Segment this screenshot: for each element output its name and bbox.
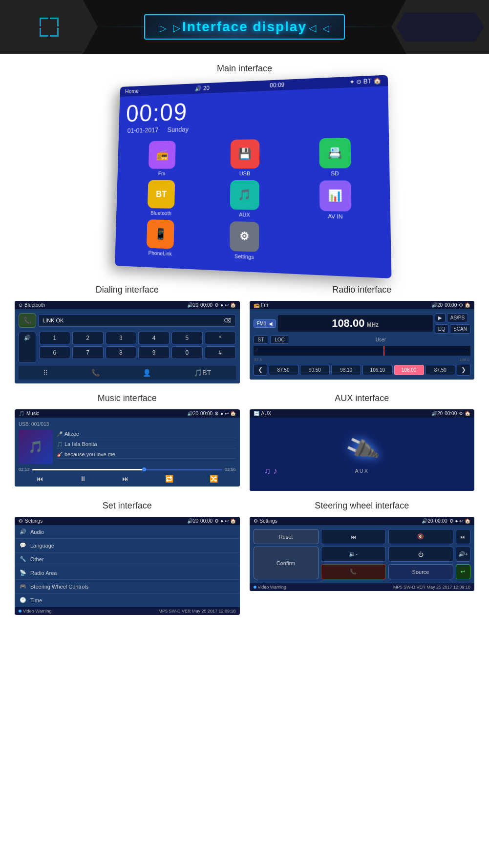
- radio-topbar-right: 🔊20 00:00 ⚙ 🏠: [431, 302, 470, 308]
- steer-reset-btn[interactable]: Reset: [254, 529, 319, 544]
- settings-radio-area[interactable]: 📡 Radio Area: [15, 566, 240, 580]
- app-bt-button[interactable]: BT: [148, 180, 175, 208]
- dial-input-field[interactable]: LINK OK ⌫: [38, 315, 236, 327]
- app-sd-button[interactable]: 📇: [319, 138, 351, 169]
- radio-asps-btn[interactable]: AS/PS: [447, 313, 468, 322]
- app-fm-label: Fm: [158, 170, 165, 176]
- steer-power-btn[interactable]: ⏻: [388, 547, 453, 562]
- dial-call-button[interactable]: 📞: [19, 313, 36, 328]
- radio-time: 00:00: [445, 302, 457, 308]
- settings-body: 🔊 Audio 💬 Language 🔧 Other 📡 Radio Area: [15, 525, 240, 607]
- steer-confirm-btn[interactable]: Confirm: [254, 547, 319, 579]
- radio-preset-1[interactable]: 87.50: [269, 365, 298, 375]
- dial-icons: ⚙ ● ↩ 🏠: [214, 302, 235, 308]
- dial-key-7[interactable]: 7: [72, 346, 104, 359]
- steering-grid: ⏮ 🔇 ⏭ Reset 🔉- ⏻ 🔊+ Confirm 📞 Source ↩: [254, 529, 471, 579]
- app-icon-phonelink[interactable]: 📱 PhoneLink: [122, 219, 199, 258]
- music-prev-btn[interactable]: ⏮: [37, 475, 43, 483]
- steer-vol-down-btn[interactable]: 🔉-: [321, 547, 386, 562]
- radio-loc-btn[interactable]: LOC: [270, 336, 289, 344]
- music-track-3: 🎸 because you love me: [57, 450, 236, 459]
- radio-eq-btn[interactable]: EQ: [435, 324, 448, 334]
- dial-key-hash[interactable]: #: [205, 346, 236, 359]
- radio-st-btn[interactable]: ST: [254, 336, 269, 344]
- steering-icons: ⚙ ● ↩ 🏠: [449, 518, 470, 524]
- dial-bt-icon2[interactable]: 🎵BT: [194, 369, 211, 377]
- steer-mute-btn[interactable]: 🔇: [388, 529, 453, 544]
- radio-interface-label: Radio interface: [250, 285, 475, 295]
- radio-play-btn[interactable]: ▶: [435, 313, 446, 322]
- steer-hangup-btn[interactable]: 📞: [321, 564, 386, 579]
- dial-key-9[interactable]: 9: [138, 346, 170, 359]
- dial-link-ok: LINK OK: [43, 318, 64, 323]
- steering-body: ⏮ 🔇 ⏭ Reset 🔉- ⏻ 🔊+ Confirm 📞 Source ↩: [250, 525, 475, 583]
- warn-dot-icon: [19, 610, 21, 613]
- settings-version-text: MP5 SW-D VER May 25 2017 12:09:18: [159, 609, 236, 614]
- app-fm-button[interactable]: 📻: [149, 141, 176, 169]
- radio-preset-2[interactable]: 90.50: [300, 365, 330, 375]
- dial-key-8[interactable]: 8: [106, 346, 137, 359]
- music-next-btn[interactable]: ⏭: [122, 475, 129, 483]
- dial-body: 📞 LINK OK ⌫ 🔊 1 2 3: [15, 309, 240, 383]
- music-repeat-btn[interactable]: 🔁: [165, 475, 173, 483]
- radio-prev-preset[interactable]: ❮: [254, 364, 267, 376]
- radio-preset-4[interactable]: 106.10: [362, 365, 392, 375]
- radio-preset-3[interactable]: 98.10: [331, 365, 361, 375]
- dial-contacts-icon[interactable]: 📞: [91, 369, 100, 377]
- app-avin-button[interactable]: 📊: [319, 180, 351, 212]
- settings-topbar-left: ⚙ Settings: [19, 518, 43, 524]
- radio-preset-6[interactable]: 87.50: [425, 365, 455, 375]
- dial-key-0[interactable]: 0: [171, 346, 203, 359]
- app-bt-label: Bluetooth: [150, 210, 171, 216]
- music-shuffle-btn[interactable]: 🔀: [210, 475, 218, 483]
- app-icon-avin[interactable]: 📊 AV IN: [291, 180, 382, 220]
- dial-key-star[interactable]: *: [205, 332, 236, 344]
- music-progress-thumb: [142, 467, 146, 471]
- audio-label: Audio: [30, 529, 44, 535]
- settings-audio[interactable]: 🔊 Audio: [15, 525, 240, 539]
- dial-key-2[interactable]: 2: [72, 332, 104, 344]
- dial-key-1[interactable]: 1: [39, 332, 70, 344]
- steer-answer-btn[interactable]: ↩: [456, 564, 470, 579]
- app-icon-sd[interactable]: 📇 SD: [291, 137, 381, 176]
- dial-vol-down[interactable]: 🔊: [19, 332, 36, 363]
- settings-other[interactable]: 🔧 Other: [15, 552, 240, 566]
- settings-steering[interactable]: 🎮 Steering Wheel Controls: [15, 580, 240, 593]
- app-settings-button[interactable]: ⚙: [229, 221, 258, 252]
- aux-icon: 🔄: [254, 411, 259, 416]
- dial-input-row: 📞 LINK OK ⌫: [19, 313, 236, 328]
- app-icon-bt[interactable]: BT Bluetooth: [123, 180, 200, 216]
- steering-version-text: MP5 SW-D VER May 25 2017 12:09:18: [393, 585, 470, 590]
- dial-interface-col: Dialing interface ⊙ Bluetooth 🔊20 00:00 …: [15, 285, 240, 383]
- app-phonelink-button[interactable]: 📱: [147, 219, 174, 249]
- radio-next-preset[interactable]: ❯: [457, 364, 470, 376]
- music-progress-bar[interactable]: [32, 469, 222, 470]
- app-icon-fm[interactable]: 📻 Fm: [124, 140, 201, 176]
- dial-add-contact-icon[interactable]: 👤: [143, 369, 151, 377]
- main-day-value: Sunday: [167, 126, 189, 133]
- app-icon-settings[interactable]: ⚙ Settings: [203, 221, 287, 261]
- steer-prev-btn[interactable]: ⏮: [321, 529, 386, 544]
- settings-language[interactable]: 💬 Language: [15, 539, 240, 552]
- music-play-btn[interactable]: ⏸: [80, 475, 86, 483]
- dial-key-6[interactable]: 6: [39, 346, 70, 359]
- steer-next-btn[interactable]: ⏭: [456, 529, 470, 544]
- dial-key-4[interactable]: 4: [138, 332, 170, 344]
- steer-vol-up-btn[interactable]: 🔊+: [456, 547, 470, 562]
- aux-musical-notes: ♫ ♪: [264, 466, 278, 476]
- radio-preset-5[interactable]: 108.00: [394, 365, 424, 375]
- app-icon-usb[interactable]: 💾 USB: [204, 139, 287, 176]
- settings-time[interactable]: 🕐 Time: [15, 593, 240, 607]
- app-aux-button[interactable]: 🎵: [230, 180, 259, 210]
- dial-key-5[interactable]: 5: [171, 332, 203, 344]
- radio-scan-btn[interactable]: SCAN: [450, 324, 470, 334]
- steer-source-btn[interactable]: Source: [388, 564, 453, 579]
- radio-prev-arrow[interactable]: ◀: [269, 321, 273, 326]
- dial-key-3[interactable]: 3: [106, 332, 137, 344]
- dial-menu-icon[interactable]: ⠿: [43, 369, 48, 377]
- app-icon-aux[interactable]: 🎵 AUX: [203, 180, 286, 219]
- music-volume: 🔊20: [187, 411, 198, 416]
- radio-fm-icon: 📻: [254, 302, 259, 308]
- radio-top-row: FM1 ◀ 108.00MHz ▶ AS/PS EQ: [254, 313, 471, 334]
- app-usb-button[interactable]: 💾: [230, 139, 259, 169]
